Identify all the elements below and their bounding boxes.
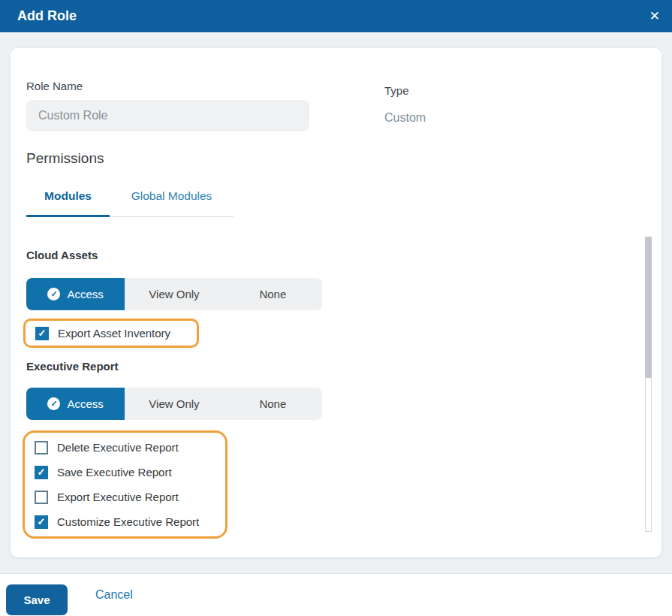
check-circle-icon — [47, 397, 60, 410]
dialog-body-card: Role Name Type Custom Permissions Module… — [11, 48, 661, 557]
checkbox-row: Export Executive Report — [25, 485, 225, 509]
segment-access[interactable]: Access — [26, 278, 125, 310]
save-button[interactable]: Save — [6, 584, 68, 615]
role-name-label: Role Name — [26, 80, 83, 92]
segment-access[interactable]: Access — [26, 388, 125, 420]
section-title-executive-report: Executive Report — [26, 360, 119, 373]
segment-view-only-label: View Only — [149, 397, 199, 410]
access-level-control-executive-report: Access View Only None — [26, 388, 322, 420]
segment-access-label: Access — [67, 397, 103, 410]
segment-access-label: Access — [67, 288, 103, 300]
dialog-footer: Save Cancel — [0, 573, 672, 616]
checkbox-delete-executive-report[interactable] — [35, 441, 48, 454]
checkbox-save-executive-report[interactable] — [35, 466, 48, 479]
checkbox-label: Export Executive Report — [57, 491, 179, 503]
scrollbar-thumb[interactable] — [645, 237, 652, 378]
check-circle-icon — [47, 288, 60, 300]
section-title-cloud-assets: Cloud Assets — [26, 249, 98, 261]
type-value: Custom — [384, 111, 426, 125]
permissions-tabs: Modules Global Modules — [26, 182, 234, 217]
checkbox-customize-executive-report[interactable] — [35, 515, 48, 529]
dialog-title: Add Role — [17, 0, 77, 32]
checkbox-row: Save Executive Report — [25, 460, 225, 485]
role-name-input[interactable] — [26, 100, 309, 131]
segment-view-only-label: View Only — [149, 288, 199, 300]
checkbox-row: Customize Executive Report — [25, 509, 225, 534]
checkbox-row: Export Asset Inventory — [26, 321, 170, 346]
type-label: Type — [384, 84, 409, 97]
segment-none[interactable]: None — [224, 388, 322, 420]
segment-none-label: None — [259, 288, 286, 300]
segment-none[interactable]: None — [224, 278, 322, 310]
checkbox-export-asset-inventory[interactable] — [35, 327, 49, 340]
segment-view-only[interactable]: View Only — [125, 388, 223, 420]
checkbox-row: Delete Executive Report — [25, 435, 225, 460]
access-level-control-cloud-assets: Access View Only None — [26, 278, 322, 310]
checkbox-export-executive-report[interactable] — [35, 491, 48, 504]
tab-modules[interactable]: Modules — [26, 182, 110, 217]
permissions-heading: Permissions — [26, 150, 104, 167]
tab-global-modules[interactable]: Global Modules — [110, 182, 234, 217]
highlight-box-executive-report: Delete Executive Report Save Executive R… — [23, 430, 228, 539]
checkbox-label: Save Executive Report — [57, 466, 172, 479]
cancel-button[interactable]: Cancel — [95, 574, 133, 615]
checkbox-label: Delete Executive Report — [57, 441, 179, 454]
highlight-box-cloud-assets: Export Asset Inventory — [23, 319, 199, 348]
checkbox-label: Customize Executive Report — [57, 515, 199, 528]
segment-none-label: None — [259, 397, 286, 410]
dialog-header: Add Role ✕ — [0, 0, 672, 32]
close-icon[interactable]: ✕ — [646, 0, 663, 32]
checkbox-label: Export Asset Inventory — [58, 327, 170, 340]
segment-view-only[interactable]: View Only — [125, 278, 223, 310]
